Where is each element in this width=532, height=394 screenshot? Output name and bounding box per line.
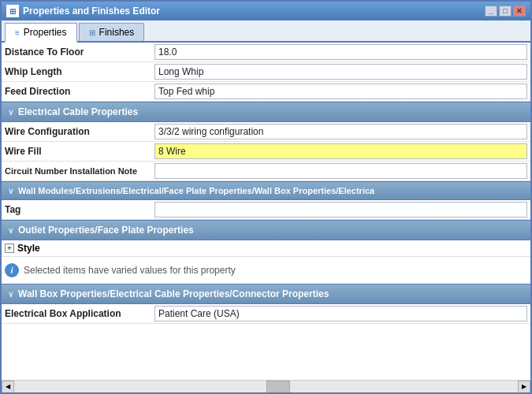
section-wall-box-title: Wall Box Properties/Electrical Cable Pro… <box>18 288 329 299</box>
style-row: + Style <box>2 240 530 257</box>
whip-length-value[interactable] <box>154 64 527 80</box>
property-row: Feed Direction <box>2 82 530 102</box>
window-icon: ⊞ <box>6 5 19 17</box>
wire-config-value[interactable] <box>154 124 527 139</box>
title-bar: ⊞ Properties and Finishes Editor _ □ ✕ <box>2 2 530 20</box>
section-outlet-title: Outlet Properties/Face Plate Properties <box>18 225 194 236</box>
window-title: Properties and Finishes Editor <box>23 6 160 17</box>
tab-properties-label: Properties <box>24 27 67 38</box>
window-controls: _ □ ✕ <box>485 6 526 17</box>
tab-finishes[interactable]: ⊞ Finishes <box>79 23 145 41</box>
distance-to-floor-value[interactable] <box>154 44 527 60</box>
properties-content: Distance To Floor Whip Length Feed Direc… <box>2 43 530 380</box>
property-row: Distance To Floor <box>2 43 530 62</box>
tag-value[interactable] <box>154 202 527 217</box>
properties-tab-icon: ≡ <box>15 28 20 37</box>
section-wall-modules-title: Wall Modules/Extrusions/Electrical/Face … <box>18 186 374 195</box>
property-row: Tag <box>2 200 530 220</box>
section-wall-modules[interactable]: ∨ Wall Modules/Extrusions/Electrical/Fac… <box>2 181 530 200</box>
property-row: Circuit Number Installation Note <box>2 162 530 181</box>
property-row: Electrical Box Application <box>2 304 530 324</box>
property-row: Wire Configuration <box>2 122 530 142</box>
section-outlet[interactable]: ∨ Outlet Properties/Face Plate Propertie… <box>2 220 530 240</box>
wire-fill-value[interactable] <box>154 143 527 159</box>
style-info-text: Selected items have varied values for th… <box>24 265 236 276</box>
scroll-left-button[interactable]: ◀ <box>2 381 14 393</box>
wire-config-label: Wire Configuration <box>5 126 154 137</box>
whip-length-label: Whip Length <box>5 66 154 77</box>
tab-bar: ≡ Properties ⊞ Finishes <box>2 20 530 43</box>
style-label: Style <box>17 243 40 254</box>
close-button[interactable]: ✕ <box>513 6 526 17</box>
tab-properties[interactable]: ≡ Properties <box>5 23 77 43</box>
property-row: Wire Fill <box>2 142 530 162</box>
tab-finishes-label: Finishes <box>99 27 135 38</box>
feed-direction-value[interactable] <box>154 84 527 99</box>
minimize-button[interactable]: _ <box>485 6 497 17</box>
section-electrical-cable-title: Electrical Cable Properties <box>18 106 138 117</box>
chevron-icon: ∨ <box>8 187 13 195</box>
scroll-thumb[interactable] <box>266 381 290 393</box>
distance-to-floor-label: Distance To Floor <box>5 46 154 58</box>
info-icon: i <box>5 263 19 277</box>
maximize-button[interactable]: □ <box>499 6 512 17</box>
chevron-icon: ∨ <box>8 108 13 117</box>
horizontal-scrollbar[interactable]: ◀ ▶ <box>2 380 530 392</box>
section-wall-box[interactable]: ∨ Wall Box Properties/Electrical Cable P… <box>2 284 530 304</box>
elec-box-app-value[interactable] <box>154 306 527 322</box>
tag-label: Tag <box>5 204 154 215</box>
feed-direction-label: Feed Direction <box>5 86 154 97</box>
finishes-tab-icon: ⊞ <box>89 28 95 37</box>
chevron-icon: ∨ <box>8 226 13 235</box>
scroll-track[interactable] <box>14 381 518 393</box>
circuit-note-value[interactable] <box>154 163 527 179</box>
circuit-note-label: Circuit Number Installation Note <box>5 166 154 176</box>
elec-box-app-label: Electrical Box Application <box>5 308 154 319</box>
chevron-icon: ∨ <box>8 290 13 299</box>
property-row: Whip Length <box>2 62 530 82</box>
style-info-row: i Selected items have varied values for … <box>2 257 530 284</box>
main-window: ⊞ Properties and Finishes Editor _ □ ✕ ≡… <box>0 0 532 394</box>
section-electrical-cable[interactable]: ∨ Electrical Cable Properties <box>2 102 530 122</box>
wire-fill-label: Wire Fill <box>5 146 154 157</box>
expand-style-button[interactable]: + <box>5 243 14 253</box>
scroll-right-button[interactable]: ▶ <box>518 381 530 393</box>
